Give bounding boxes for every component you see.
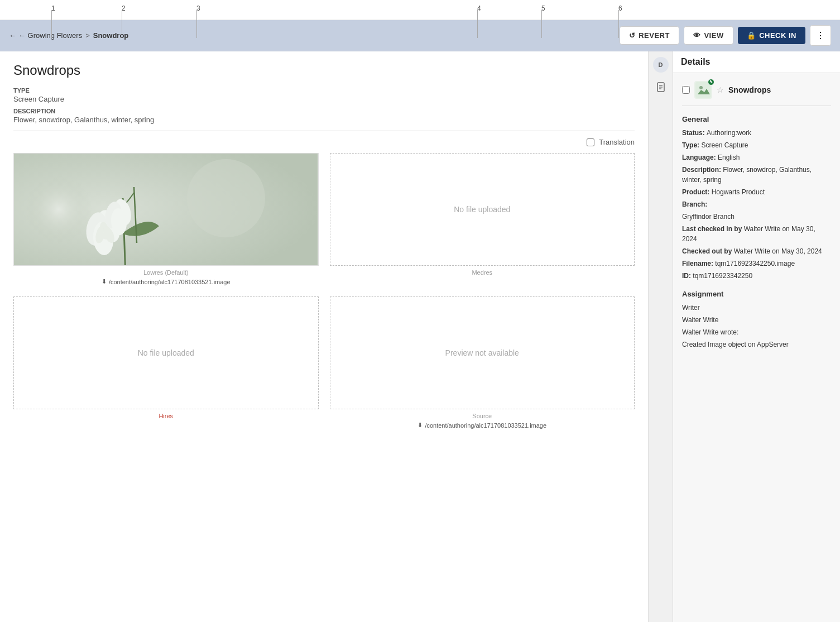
- svg-point-18: [699, 86, 703, 89]
- type-section: Type Screen Capture: [13, 87, 635, 103]
- detail-branch-value: Gryffindor Branch: [682, 212, 831, 222]
- description-section: Description Flower, snowdrop, Galanthus,…: [13, 108, 635, 124]
- revert-button[interactable]: ↺ REVERT: [620, 26, 679, 45]
- sidebar-title: Details: [681, 57, 710, 66]
- annotation-4: 4: [477, 4, 481, 12]
- hires-label: Hires: [159, 413, 173, 419]
- image-cell-hires: No file uploaded Hires: [13, 296, 319, 429]
- download-icon-source[interactable]: ⬇: [417, 422, 423, 429]
- detail-checkedout: Checked out by Walter Write on May 30, 2…: [682, 246, 831, 256]
- details-list: Status: Authoring:work Type: Screen Capt…: [682, 128, 831, 281]
- ann-line-1: [51, 10, 52, 38]
- checkin-button[interactable]: 🔒 CHECK IN: [738, 27, 805, 44]
- annotation-6: 6: [618, 4, 622, 12]
- medres-label: Medres: [472, 269, 492, 276]
- source-label: Source: [472, 413, 492, 419]
- assignment-writer-name: Walter Write: [682, 315, 831, 325]
- breadcrumb: ← ← Growing Flowers > Snowdrop: [9, 31, 620, 40]
- source-preview-text: Preview not available: [445, 348, 519, 357]
- back-arrow-icon: ←: [9, 31, 16, 40]
- view-button[interactable]: 👁 VIEW: [684, 26, 733, 45]
- assignment-section-title: Assignment: [682, 290, 831, 298]
- assignment-wrote: Walter Write wrote:: [682, 327, 831, 337]
- type-value: Screen Capture: [13, 95, 635, 103]
- translation-row: Translation: [13, 138, 635, 146]
- item-name: Snowdrops: [728, 85, 771, 94]
- image-cell-source: Preview not available Source ⬇ /content/…: [330, 296, 635, 429]
- hires-no-file: No file uploaded: [138, 348, 194, 357]
- assignment-list: Writer Walter Write Walter Write wrote: …: [682, 303, 831, 350]
- item-thumbnail: ✎: [694, 81, 712, 99]
- detail-status: Status: Authoring:work: [682, 128, 831, 138]
- detail-branch: Branch:: [682, 199, 831, 209]
- more-options-button[interactable]: ⋮: [810, 25, 831, 46]
- lowres-label: Lowres (Default): [143, 269, 189, 276]
- header: ← ← Growing Flowers > Snowdrop ↺ REVERT …: [0, 20, 840, 51]
- edit-badge: ✎: [708, 79, 714, 85]
- detail-checkedin: Last checked in by Walter Write on May 3…: [682, 224, 831, 244]
- detail-id: ID: tqm1716923342250: [682, 271, 831, 281]
- annotation-2: 2: [122, 4, 126, 12]
- translation-label: Translation: [599, 138, 635, 146]
- image-cell-lowres: Lowres (Default) ⬇ /content/authoring/al…: [13, 153, 319, 285]
- sidebar-content: ✎ ☆ Snowdrops General Status: Authoring:…: [673, 73, 840, 622]
- right-panel: D Details: [648, 51, 840, 622]
- description-label: Description: [13, 108, 635, 114]
- breadcrumb-current: Snowdrop: [93, 31, 129, 40]
- detail-type: Type: Screen Capture: [682, 140, 831, 150]
- medres-no-file: No file uploaded: [454, 205, 510, 214]
- sidebar: Details ✎: [673, 51, 840, 622]
- revert-icon: ↺: [629, 31, 636, 40]
- favorite-star[interactable]: ☆: [717, 85, 724, 94]
- ann-line-4: [477, 10, 478, 38]
- source-path: ⬇ /content/authoring/alc1717081033521.im…: [417, 422, 546, 429]
- description-value: Flower, snowdrop, Galanthus, winter, spr…: [13, 116, 635, 124]
- sidebar-icon-strip: D: [648, 51, 673, 622]
- detail-product: Product: Hogwarts Product: [682, 187, 831, 197]
- breadcrumb-parent[interactable]: ← Growing Flowers: [18, 31, 82, 40]
- page-title: Snowdrops: [13, 63, 635, 78]
- annotation-1: 1: [51, 4, 55, 12]
- image-cell-medres: No file uploaded Medres: [330, 153, 635, 285]
- svg-point-1: [25, 176, 92, 243]
- general-section-title: General: [682, 115, 831, 123]
- annotation-5: 5: [541, 4, 545, 12]
- download-icon[interactable]: ⬇: [102, 278, 107, 285]
- history-icon[interactable]: [652, 78, 670, 96]
- annotation-3: 3: [196, 4, 200, 12]
- image-grid: Lowres (Default) ⬇ /content/authoring/al…: [13, 153, 635, 429]
- lock-icon: 🔒: [747, 31, 756, 40]
- ann-line-6: [618, 10, 619, 38]
- details-tab-icon[interactable]: D: [653, 57, 669, 73]
- translation-checkbox[interactable]: [587, 138, 594, 146]
- item-checkbox[interactable]: [682, 86, 690, 94]
- breadcrumb-back-link[interactable]: ← ← Growing Flowers: [9, 31, 82, 40]
- detail-description: Description: Flower, snowdrop, Galanthus…: [682, 165, 831, 185]
- assignment-created: Created Image object on AppServer: [682, 339, 831, 350]
- main-layout: Snowdrops Type Screen Capture Descriptio…: [0, 51, 840, 622]
- breadcrumb-separator: >: [85, 31, 90, 40]
- divider: [13, 131, 635, 131]
- eye-icon: 👁: [693, 31, 701, 40]
- detail-language: Language: English: [682, 152, 831, 162]
- header-actions: ↺ REVERT 👁 VIEW 🔒 CHECK IN ⋮: [620, 25, 831, 46]
- snowdrop-image: [14, 154, 318, 265]
- ann-line-2: [122, 10, 122, 38]
- detail-filename: Filename: tqm1716923342250.image: [682, 259, 831, 269]
- assignment-writer-label: Writer: [682, 303, 831, 313]
- lowres-path: ⬇ /content/authoring/alc1717081033521.im…: [102, 278, 231, 285]
- ann-line-5: [541, 10, 542, 38]
- ann-line-3: [196, 10, 197, 38]
- item-header: ✎ ☆ Snowdrops: [682, 81, 831, 106]
- content-area: Snowdrops Type Screen Capture Descriptio…: [0, 51, 648, 622]
- type-label: Type: [13, 87, 635, 94]
- svg-point-2: [187, 159, 265, 237]
